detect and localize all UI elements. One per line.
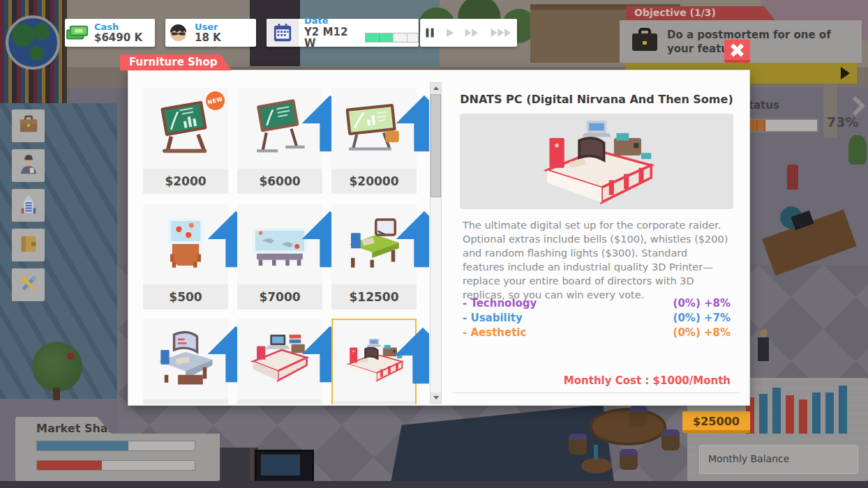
balance-bar (812, 392, 821, 434)
fast-forward-button[interactable] (464, 27, 481, 38)
balance-bar (786, 395, 794, 434)
tools-icon (18, 273, 39, 297)
user-icon (165, 24, 190, 43)
monthly-balance-label: Monthly Balance (708, 453, 858, 464)
item-price: $7000 (237, 284, 322, 310)
upgrade-arrow-icon (205, 323, 223, 342)
balance-bar (825, 392, 834, 434)
date-stat-box: Date Y2 M12 W (267, 19, 419, 47)
journal-icon (18, 234, 39, 257)
upgrade-arrow-icon (299, 93, 317, 111)
sidebar-button-staff[interactable] (12, 149, 45, 182)
shop-item-aquarium[interactable]: $7000 (237, 204, 322, 310)
shop-scrollbar[interactable] (430, 82, 442, 404)
cash-icon (65, 24, 90, 41)
item-price: $2000 (143, 169, 228, 194)
item-price (333, 401, 415, 404)
balance-bar (839, 386, 847, 434)
calendar-icon (267, 19, 299, 47)
shop-item-chalkboard[interactable]: NEW $2000 (143, 88, 228, 194)
dnats-pc-preview-image (523, 116, 670, 208)
user-label: User (195, 22, 221, 32)
balance-bar (772, 388, 781, 434)
item-price (143, 399, 228, 404)
scroll-down-button[interactable] (431, 392, 441, 403)
sidebar-button-settings[interactable] (12, 268, 45, 301)
upgrade-arrow-icon (299, 208, 317, 227)
user-value: 18 K (195, 32, 221, 44)
stat-aesthetic-value: (0%) +8% (673, 326, 731, 340)
play-button[interactable] (444, 27, 455, 38)
user-stat-box: User 18 K (165, 19, 256, 47)
cash-value: $6490 K (94, 32, 142, 44)
upgrade-arrow-icon (392, 325, 410, 343)
shop-item-whiteboard[interactable]: $6000 (237, 88, 322, 194)
next-objective-arrow[interactable] (841, 67, 850, 79)
scrollbar-thumb[interactable] (431, 94, 441, 197)
sidebar-button-inventory[interactable] (12, 109, 45, 142)
sidebar-button-journal[interactable] (12, 229, 45, 261)
item-price: $500 (143, 284, 228, 310)
scroll-up-button[interactable] (431, 83, 441, 93)
market-share-bar-red (36, 460, 195, 471)
shop-item-fish-tank[interactable]: $500 (143, 204, 228, 310)
briefcase-icon (18, 114, 39, 138)
upgrade-arrow-icon (394, 93, 412, 111)
furniture-shop-modal: NEW $2000 $6000 $20000 $500 (128, 70, 750, 406)
shop-item-computer-desk[interactable]: $12500 (331, 204, 417, 310)
market-share-bar-blue (36, 441, 195, 451)
balance-bar (759, 394, 768, 434)
playback-controls (420, 19, 517, 47)
sidebar-button-company[interactable] (12, 189, 45, 222)
item-preview-box (460, 114, 733, 209)
staff-icon (18, 154, 39, 178)
stat-aesthetic-label: - Aesthetic (463, 326, 526, 340)
shop-item-curved-monitor-desk[interactable] (143, 319, 228, 404)
objective-text: Do a postmortem for one of your features (667, 28, 841, 56)
upgrade-arrow-icon (394, 208, 412, 227)
balance-bar (799, 399, 807, 434)
cash-label: Cash (94, 22, 142, 32)
shop-item-dnats-pc[interactable] (331, 319, 417, 404)
market-share-fill (37, 461, 102, 470)
date-label: Date (304, 16, 419, 26)
upgrade-arrow-icon (205, 208, 223, 227)
chevron-right-icon[interactable] (851, 96, 865, 119)
monthly-cost: Monthly Cost : $1000/Month (564, 374, 731, 387)
stat-usability-label: - Usability (463, 311, 523, 326)
fastest-forward-button[interactable] (490, 27, 514, 38)
monthly-balance-label-box: Monthly Balance (699, 445, 858, 474)
item-price: $6000 (237, 169, 322, 194)
monthly-balance-chart (746, 378, 865, 434)
shop-item-laptop-desk[interactable] (237, 319, 322, 404)
date-value: Y2 M12 W (304, 26, 359, 49)
briefcase-icon (631, 28, 659, 56)
stat-technology-value: (0%) +8% (673, 296, 731, 311)
item-price (237, 399, 322, 404)
pause-button[interactable] (424, 26, 435, 39)
cash-stat-box: Cash $6490 K (65, 19, 155, 47)
shop-item-list: NEW $2000 $6000 $20000 $500 (140, 82, 429, 404)
week-progress-bar (365, 33, 419, 43)
market-share-fill (37, 441, 128, 450)
close-button[interactable] (724, 40, 750, 63)
stat-usability-value: (0%) +7% (673, 311, 731, 326)
item-stats: - Technology (0%) +8% - Usability (0%) +… (463, 296, 731, 340)
game-screen: Cash $6490 K User 18 K Date Y2 M12 W (0, 0, 868, 488)
item-detail-panel: DNATS PC (Digital Nirvana And Then Some)… (453, 82, 740, 393)
item-price: $12500 (331, 284, 417, 310)
furniture-shop-title-tab: Furniture Shop (120, 54, 232, 70)
building-icon (18, 194, 39, 218)
upgrade-arrow-icon (299, 323, 317, 342)
balance-amount-button[interactable]: $25000 (682, 411, 750, 433)
item-detail-title: DNATS PC (Digital Nirvana And Then Some) (453, 93, 740, 106)
shop-item-presentation-screen[interactable]: $20000 (331, 88, 417, 194)
stat-technology-label: - Technology (463, 296, 537, 311)
item-price: $20000 (331, 169, 417, 194)
objective-header: Objective (1/3) (626, 6, 775, 20)
item-description: The ultimate digital set up for the corp… (463, 218, 731, 302)
